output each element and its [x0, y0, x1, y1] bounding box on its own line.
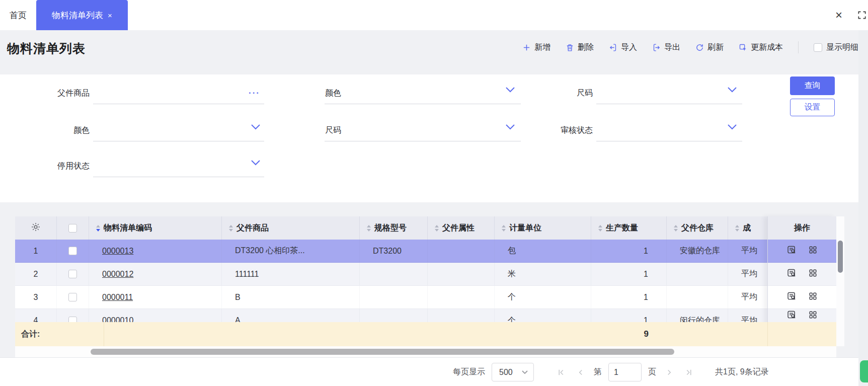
- sort-icons[interactable]: [502, 225, 506, 231]
- last-page-icon[interactable]: [682, 366, 695, 379]
- bom-code-link[interactable]: 0000013: [102, 247, 133, 256]
- first-page-icon[interactable]: [555, 366, 568, 379]
- horizontal-scrollbar-thumb[interactable]: [91, 349, 674, 355]
- row-number: 4: [15, 309, 57, 322]
- cell-attr: [428, 286, 495, 308]
- column-settings-header[interactable]: [15, 216, 57, 240]
- header-parent-attr[interactable]: 父件属性: [428, 216, 495, 240]
- sort-icons[interactable]: [735, 225, 739, 231]
- color-select-2[interactable]: [325, 82, 521, 104]
- fullscreen-icon[interactable]: [853, 7, 868, 23]
- query-button[interactable]: 查询: [790, 76, 835, 95]
- disabled-status-select[interactable]: [93, 155, 264, 177]
- filter-label-color-1: 颜色: [0, 119, 90, 141]
- header-cost-truncated[interactable]: 成: [728, 216, 767, 240]
- sort-icons[interactable]: [435, 225, 439, 231]
- tab-bar: 首页 物料清单列表 × ×: [0, 0, 868, 30]
- horizontal-scrollbar[interactable]: [15, 346, 836, 357]
- more-actions-grid-icon[interactable]: [808, 245, 818, 257]
- checkbox-icon[interactable]: [68, 224, 77, 233]
- tab-close-icon[interactable]: ×: [108, 11, 112, 20]
- sort-icons[interactable]: [229, 225, 233, 231]
- view-detail-icon[interactable]: [786, 310, 797, 322]
- sort-icons[interactable]: [96, 225, 100, 231]
- table-row-clipped[interactable]: 4 0000010 A 个 1 闵行的仓库 平均: [15, 309, 767, 322]
- gear-icon[interactable]: [31, 222, 41, 234]
- table-row[interactable]: 1 0000013 DT3200 心相印茶... DT3200 包 1 安徽的仓…: [15, 240, 767, 263]
- header-spec-model[interactable]: 规格型号: [360, 216, 428, 240]
- view-detail-icon[interactable]: [786, 291, 797, 303]
- color-select-1[interactable]: [93, 119, 264, 141]
- size-select-1[interactable]: [325, 119, 521, 141]
- header-label: 父件商品: [236, 223, 269, 234]
- toolbar-divider: [798, 41, 799, 53]
- vertical-scrollbar-thumb[interactable]: [838, 241, 843, 273]
- export-icon: [652, 43, 661, 52]
- side-helper-tag[interactable]: [860, 360, 868, 382]
- table-row[interactable]: 3 0000011 B 个 1 平均: [15, 286, 767, 309]
- row-checkbox[interactable]: [57, 240, 89, 262]
- import-button[interactable]: 导入: [609, 42, 637, 53]
- totals-qty-value: 9: [591, 329, 667, 339]
- more-actions-grid-icon[interactable]: [808, 268, 818, 280]
- cell-spec: DT3200: [360, 240, 428, 262]
- operations-cell: [768, 286, 836, 309]
- per-page-select[interactable]: 500: [492, 363, 534, 381]
- next-page-icon[interactable]: [663, 366, 676, 379]
- settings-button[interactable]: 设置: [790, 99, 835, 116]
- header-parent-product[interactable]: 父件商品: [222, 216, 360, 240]
- cell-warehouse: [667, 263, 728, 285]
- tab-bom-list[interactable]: 物料清单列表 ×: [36, 0, 128, 30]
- header-label: 父件仓库: [681, 223, 714, 234]
- row-number: 3: [15, 286, 57, 308]
- header-bom-code[interactable]: 物料清单编码: [89, 216, 222, 240]
- parent-product-input[interactable]: [93, 82, 264, 104]
- add-label: 新增: [534, 42, 550, 53]
- sort-icons[interactable]: [367, 225, 371, 231]
- more-actions-grid-icon[interactable]: [808, 291, 818, 303]
- checkbox-icon[interactable]: [68, 270, 77, 278]
- page-suffix-label: 页: [648, 367, 656, 377]
- vertical-scrollbar[interactable]: [836, 216, 844, 346]
- table-row[interactable]: 2 0000012 111111 米 1 平均: [15, 263, 767, 286]
- cell-parent-product: A: [222, 309, 360, 322]
- size-select-2[interactable]: [596, 82, 742, 104]
- more-actions-grid-icon[interactable]: [808, 310, 818, 322]
- add-button[interactable]: 新增: [522, 42, 550, 53]
- view-detail-icon[interactable]: [786, 245, 797, 257]
- import-label: 导入: [621, 42, 637, 53]
- page-number-input[interactable]: [608, 363, 642, 381]
- refresh-button[interactable]: 刷新: [695, 42, 724, 53]
- header-production-qty[interactable]: 生产数量: [591, 216, 667, 240]
- bom-code-link[interactable]: 0000012: [102, 270, 133, 279]
- chevron-down-icon[interactable]: [727, 123, 738, 198]
- delete-button[interactable]: 删除: [566, 42, 594, 53]
- checkbox-icon[interactable]: [68, 293, 77, 301]
- cell-spec: [360, 286, 428, 308]
- cell-unit: 个: [495, 286, 591, 308]
- header-parent-warehouse[interactable]: 父件仓库: [667, 216, 728, 240]
- checkbox-icon[interactable]: [68, 247, 77, 255]
- close-icon[interactable]: ×: [830, 7, 847, 23]
- update-cost-button[interactable]: 更新成本: [739, 42, 783, 53]
- row-checkbox[interactable]: [57, 309, 89, 322]
- bom-code-link[interactable]: 0000010: [102, 316, 133, 322]
- view-detail-icon[interactable]: [786, 268, 797, 280]
- tab-home[interactable]: 首页: [0, 0, 36, 30]
- prev-page-icon[interactable]: [574, 366, 587, 379]
- chevron-down-icon[interactable]: [250, 159, 261, 198]
- sort-icons[interactable]: [674, 225, 678, 231]
- sort-icons[interactable]: [598, 225, 602, 231]
- checkbox-icon[interactable]: [68, 317, 77, 323]
- show-detail-checkbox[interactable]: 显示明细: [814, 42, 858, 53]
- export-button[interactable]: 导出: [652, 42, 680, 53]
- update-cost-icon: [739, 43, 747, 52]
- checkbox-icon[interactable]: [814, 43, 822, 52]
- cell-qty: 1: [591, 309, 667, 322]
- bom-code-link[interactable]: 0000011: [102, 293, 133, 302]
- row-checkbox[interactable]: [57, 263, 89, 285]
- row-checkbox[interactable]: [57, 286, 89, 308]
- header-unit[interactable]: 计量单位: [495, 216, 591, 240]
- audit-status-select[interactable]: [596, 119, 742, 141]
- select-all-header[interactable]: [57, 216, 89, 240]
